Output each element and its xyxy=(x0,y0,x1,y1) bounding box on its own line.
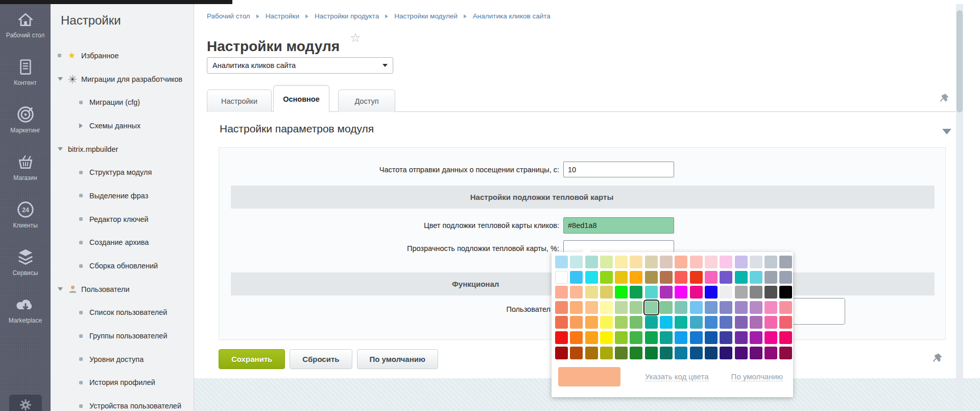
color-swatch[interactable] xyxy=(750,286,762,299)
tree-item[interactable]: Сборка обновлений xyxy=(51,254,194,278)
tree-item[interactable]: Устройства пользователей xyxy=(51,394,194,411)
sidebar-item-магазин[interactable]: Магазин xyxy=(0,147,51,194)
color-swatch[interactable] xyxy=(764,286,777,299)
breadcrumb-item[interactable]: Настройки модулей xyxy=(394,12,458,20)
color-swatch[interactable] xyxy=(600,331,613,344)
color-swatch[interactable] xyxy=(779,286,792,299)
color-swatch[interactable] xyxy=(675,301,687,314)
color-swatch[interactable] xyxy=(660,316,673,329)
color-swatch[interactable] xyxy=(735,256,748,268)
color-swatch[interactable] xyxy=(615,347,628,359)
color-swatch[interactable] xyxy=(764,271,777,284)
default-button[interactable]: По умолчанию xyxy=(357,349,438,369)
color-swatch[interactable] xyxy=(555,316,568,329)
frequency-input[interactable] xyxy=(563,162,674,177)
color-swatch[interactable] xyxy=(690,271,703,284)
color-swatch[interactable] xyxy=(645,256,658,268)
tree-item[interactable]: История профилей xyxy=(51,371,194,395)
color-swatch[interactable] xyxy=(720,301,732,314)
color-swatch[interactable] xyxy=(615,301,628,314)
sidebar-item-контент[interactable]: Контент xyxy=(0,52,51,99)
color-swatch[interactable] xyxy=(645,316,658,329)
color-swatch[interactable] xyxy=(645,331,658,344)
tree-item[interactable]: Структура модуля xyxy=(51,161,194,184)
color-swatch[interactable] xyxy=(779,271,792,284)
color-swatch[interactable] xyxy=(630,331,642,344)
color-swatch[interactable] xyxy=(555,271,568,284)
color-swatch[interactable] xyxy=(735,331,748,344)
color-swatch[interactable] xyxy=(720,316,732,329)
color-swatch[interactable] xyxy=(585,347,598,359)
color-swatch[interactable] xyxy=(570,271,583,284)
color-swatch[interactable] xyxy=(615,331,628,344)
color-swatch[interactable] xyxy=(645,286,658,299)
color-swatch[interactable] xyxy=(555,331,568,344)
color-swatch[interactable] xyxy=(615,256,628,268)
default-color-link[interactable]: По умолчанию xyxy=(731,372,783,381)
scrollbar-thumb[interactable] xyxy=(957,10,963,112)
tree-item[interactable]: Миграции для разработчиков xyxy=(51,67,194,91)
color-swatch[interactable] xyxy=(600,286,613,299)
color-swatch[interactable] xyxy=(585,256,598,268)
color-swatch[interactable] xyxy=(570,347,583,359)
color-swatch[interactable] xyxy=(645,347,658,359)
color-swatch[interactable] xyxy=(675,316,687,329)
breadcrumb-item[interactable]: Рабочий стол xyxy=(207,12,250,20)
color-swatch[interactable] xyxy=(675,271,687,284)
color-swatch[interactable] xyxy=(675,347,687,359)
color-swatch[interactable] xyxy=(720,256,732,268)
color-swatch[interactable] xyxy=(764,331,777,344)
color-swatch[interactable] xyxy=(764,256,777,268)
color-swatch[interactable] xyxy=(750,316,762,329)
sidebar-item-рабочий-стол[interactable]: Рабочий стол xyxy=(0,4,51,52)
color-swatch[interactable] xyxy=(735,271,748,284)
tree-item[interactable]: Миграции (cfg) xyxy=(51,90,194,114)
tab-основное[interactable]: Основное xyxy=(273,85,329,112)
color-swatch[interactable] xyxy=(630,286,642,299)
color-swatch[interactable] xyxy=(779,347,792,359)
tree-item[interactable]: Создание архива xyxy=(51,231,194,255)
set-color-code-link[interactable]: Указать код цвета xyxy=(645,372,709,381)
color-swatch[interactable] xyxy=(600,347,613,359)
color-swatch[interactable] xyxy=(585,301,598,314)
tree-item[interactable]: ★ Избранное xyxy=(51,44,194,67)
color-swatch[interactable] xyxy=(764,316,777,329)
tree-item[interactable]: bitrix.mpbuilder xyxy=(51,138,194,161)
color-swatch[interactable] xyxy=(720,286,732,299)
color-swatch[interactable] xyxy=(675,256,687,268)
color-swatch[interactable] xyxy=(555,301,568,314)
sidebar-item-marketplace[interactable]: Marketplace xyxy=(0,289,51,337)
color-swatch[interactable] xyxy=(630,347,642,359)
color-swatch[interactable] xyxy=(705,256,718,268)
color-swatch[interactable] xyxy=(690,301,703,314)
color-swatch[interactable] xyxy=(750,301,762,314)
color-swatch[interactable] xyxy=(555,347,568,359)
color-swatch[interactable] xyxy=(600,316,613,329)
heatmap-color-input[interactable] xyxy=(563,217,674,234)
save-button[interactable]: Сохранить xyxy=(219,349,285,369)
collapse-arrow-icon[interactable] xyxy=(942,129,951,134)
color-swatch[interactable] xyxy=(585,271,598,284)
color-swatch[interactable] xyxy=(615,286,628,299)
color-swatch[interactable] xyxy=(630,316,642,329)
color-swatch[interactable] xyxy=(600,301,613,314)
color-swatch[interactable] xyxy=(705,316,718,329)
color-swatch[interactable] xyxy=(720,271,732,284)
color-swatch[interactable] xyxy=(570,301,583,314)
tree-item[interactable]: Список пользователей xyxy=(51,301,194,325)
color-swatch[interactable] xyxy=(705,347,718,359)
color-swatch[interactable] xyxy=(779,256,792,268)
color-swatch[interactable] xyxy=(600,271,613,284)
color-swatch[interactable] xyxy=(615,271,628,284)
tree-item[interactable]: Уровни доступа xyxy=(51,348,194,371)
color-swatch[interactable] xyxy=(660,271,673,284)
color-swatch[interactable] xyxy=(630,301,642,314)
color-swatch[interactable] xyxy=(720,347,732,359)
color-swatch[interactable] xyxy=(570,256,583,268)
pin-icon[interactable] xyxy=(939,93,949,106)
sidebar-item-клиенты[interactable]: 24 Клиенты xyxy=(0,194,51,242)
color-swatch[interactable] xyxy=(555,286,568,299)
color-swatch[interactable] xyxy=(705,331,718,344)
tree-item[interactable]: Группы пользователей xyxy=(51,324,194,348)
color-swatch[interactable] xyxy=(660,301,673,314)
